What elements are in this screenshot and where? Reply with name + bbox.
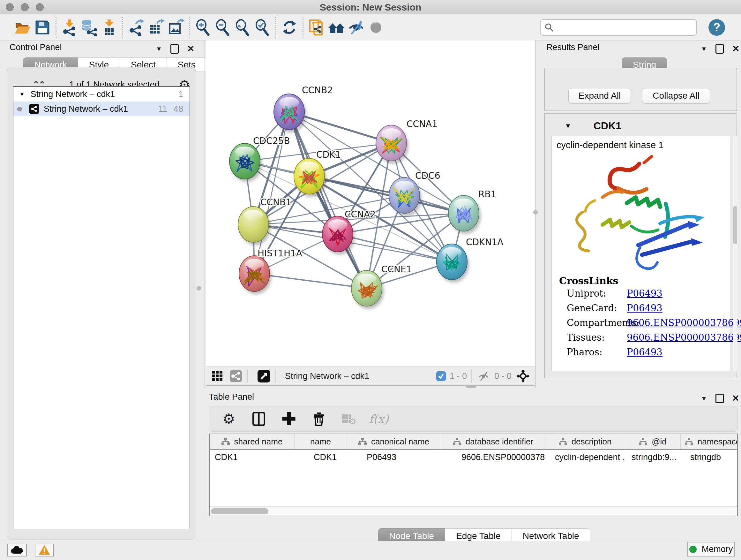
zoom-selected-button[interactable] [253,17,272,37]
export-image-button[interactable] [166,17,186,37]
collapse-panel-icon[interactable]: ▼ [701,395,707,402]
column-header[interactable]: database identifier [441,434,545,449]
column-header[interactable]: description [545,434,625,449]
import-network-from-file-button[interactable] [60,17,79,37]
crosslink-label: Tissues: [567,332,605,343]
float-panel-icon[interactable] [716,394,724,403]
memory-button[interactable]: Memory [687,542,735,557]
grid-view-icon[interactable] [210,369,224,383]
results-scrollbar-thumb[interactable] [733,206,737,244]
node-label: CDK1 [316,149,341,160]
right-splitter-handle[interactable] [533,210,538,214]
close-panel-icon[interactable]: ✕ [732,46,739,52]
network-bullet-icon [17,107,22,111]
show-columns-icon[interactable] [251,411,267,427]
new-network-from-selection-button[interactable] [307,17,327,37]
table-scrollbar-thumb[interactable] [211,508,268,514]
import-network-from-database-button[interactable] [79,17,99,37]
crosslink-link[interactable]: 9606.ENSP00000378699 [627,332,741,343]
gene-symbol: CDK1 [594,120,621,132]
export-table-button[interactable] [146,17,166,37]
zoom-in-button[interactable] [193,17,213,37]
save-session-button[interactable] [32,17,52,37]
column-header[interactable]: @id [625,434,681,449]
selected-checkbox-icon[interactable] [436,371,446,381]
expand-all-button[interactable]: Expand All [568,88,631,104]
open-session-button[interactable] [13,17,32,37]
cloud-icon [10,546,23,554]
net-toolbar-separator [471,369,472,383]
create-column-icon[interactable]: ✚ [281,411,297,427]
toolbar-separator [122,17,123,38]
node-label: CCNB1 [260,197,291,207]
show-all-button[interactable] [366,17,386,37]
function-builder-icon[interactable]: f(x) [371,411,387,427]
delete-column-trash-icon[interactable] [311,411,327,427]
table-options-gear-icon[interactable]: ⚙ [221,411,237,427]
apply-layout-button[interactable] [280,17,299,37]
crosslink-link[interactable]: P06493 [627,288,663,299]
crosslink-link[interactable]: P06493 [627,303,663,314]
export-network-button[interactable] [126,17,146,37]
collapse-panel-icon[interactable]: ▼ [156,45,162,53]
table-row[interactable]: CDK1 CDK1 P06493 9606.ENSP00000378699 cy… [210,449,737,465]
search-input[interactable] [554,22,692,33]
network-share-view-icon[interactable] [229,369,243,383]
close-panel-icon[interactable]: ✕ [187,46,194,52]
warnings-button[interactable] [35,544,54,557]
network-node-CDC6: CDC6 [389,171,440,216]
close-panel-icon[interactable]: ✕ [732,395,739,401]
float-panel-icon[interactable] [716,44,724,54]
column-type-icon [639,438,647,445]
birds-eye-view-icon[interactable] [257,369,271,383]
collection-expand-icon[interactable]: ▼ [19,91,25,98]
column-type-icon [358,438,367,445]
column-header[interactable]: canonical name [347,434,441,449]
status-bar: Memory [0,541,741,560]
crosslink-link[interactable]: 9606.ENSP00000378699 [627,317,741,328]
node-label: RB1 [478,189,496,199]
hide-selected-button[interactable] [346,17,366,37]
column-header[interactable]: name [294,434,347,449]
network-graph[interactable]: CCNB2CCNA1CDC25BCDK1CDC6RB1CCNB1CCNA2CDK… [206,41,535,367]
network-canvas[interactable]: CCNB2CCNA1CDC25BCDK1CDC6RB1CCNB1CCNA2CDK… [206,41,535,367]
left-splitter[interactable] [205,41,205,388]
node-label: CCNE1 [381,264,412,274]
first-neighbors-button[interactable] [327,17,346,37]
pan-crosshair-icon[interactable] [516,369,530,383]
cloud-status-button[interactable] [7,544,27,557]
search-field[interactable] [540,19,697,36]
network-tree: ▼ String Network – cdk1 1 String Network… [13,86,190,530]
table-toolbar: ⚙ ✚ f(x) [209,406,738,432]
zoom-out-button[interactable] [213,17,232,37]
results-scrollbar[interactable] [733,136,738,371]
column-type-icon [221,438,230,445]
zoom-fit-button[interactable] [232,17,253,37]
collapse-panel-icon[interactable]: ▼ [701,45,707,53]
network-node-HIST1H1A: HIST1H1A [239,248,302,294]
import-table-from-file-button[interactable] [99,17,119,37]
table-horizontal-scrollbar[interactable] [210,506,737,516]
node-label: CCNB2 [302,85,333,96]
network-row[interactable]: String Network – cdk1 11 48 [13,102,190,116]
node-table[interactable]: shared name name canonical name database… [209,434,738,516]
left-splitter-handle[interactable] [197,286,201,291]
column-type-icon [453,438,461,445]
crosslink-label: GeneCard: [567,303,617,314]
help-button[interactable]: ? [709,19,725,36]
float-panel-icon[interactable] [171,44,179,54]
database-import-icon [81,19,98,36]
eye-slash-icon [347,19,365,36]
gene-collapse-icon[interactable]: ▼ [565,122,571,130]
network-collection-row[interactable]: ▼ String Network – cdk1 1 [13,87,190,102]
node-label: CDKN1A [466,237,503,247]
column-header[interactable]: namespace [681,434,738,449]
results-panel-controls: ▼ ✕ [701,44,739,54]
column-header[interactable]: shared name [210,434,294,449]
crosslink-link[interactable]: P06493 [627,347,663,358]
crosslinks-title: CrossLinks [559,275,618,287]
delete-table-icon[interactable] [341,411,357,427]
collapse-all-button[interactable]: Collapse All [642,88,710,104]
hidden-eye-slash-icon[interactable] [476,369,490,383]
hidden-node-edge-counts: 0 - 0 [494,371,512,381]
